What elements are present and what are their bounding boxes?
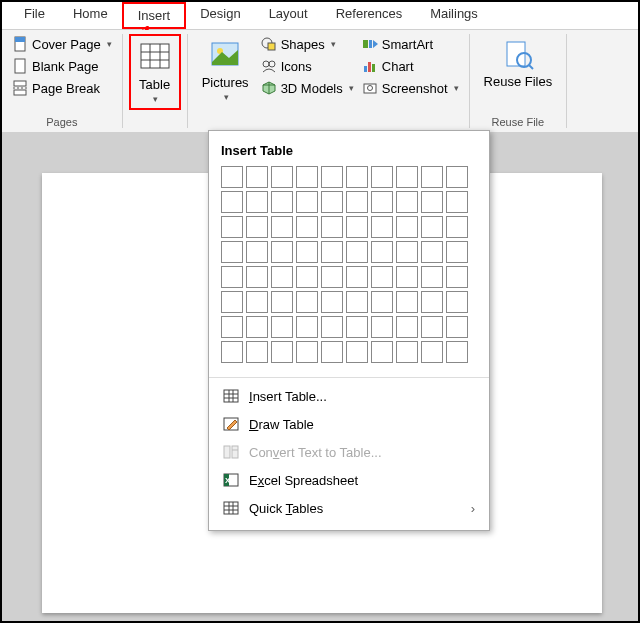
grid-cell[interactable] xyxy=(446,266,468,288)
screenshot-button[interactable]: Screenshot▾ xyxy=(358,78,463,98)
grid-cell[interactable] xyxy=(396,341,418,363)
grid-cell[interactable] xyxy=(221,216,243,238)
grid-cell[interactable] xyxy=(396,316,418,338)
grid-cell[interactable] xyxy=(396,241,418,263)
grid-cell[interactable] xyxy=(246,216,268,238)
grid-cell[interactable] xyxy=(296,341,318,363)
grid-cell[interactable] xyxy=(246,241,268,263)
grid-cell[interactable] xyxy=(371,166,393,188)
grid-cell[interactable] xyxy=(246,316,268,338)
icons-button[interactable]: Icons xyxy=(257,56,358,76)
grid-cell[interactable] xyxy=(446,216,468,238)
grid-cell[interactable] xyxy=(446,166,468,188)
grid-cell[interactable] xyxy=(271,191,293,213)
grid-cell[interactable] xyxy=(346,166,368,188)
grid-cell[interactable] xyxy=(271,341,293,363)
grid-cell[interactable] xyxy=(446,291,468,313)
grid-cell[interactable] xyxy=(371,341,393,363)
grid-cell[interactable] xyxy=(446,341,468,363)
grid-cell[interactable] xyxy=(396,166,418,188)
grid-cell[interactable] xyxy=(346,216,368,238)
grid-cell[interactable] xyxy=(371,316,393,338)
grid-cell[interactable] xyxy=(321,316,343,338)
grid-cell[interactable] xyxy=(346,191,368,213)
grid-cell[interactable] xyxy=(446,316,468,338)
grid-cell[interactable] xyxy=(346,316,368,338)
excel-spreadsheet-menu[interactable]: X Excel Spreadsheet xyxy=(209,466,489,494)
cover-page-button[interactable]: Cover Page▾ xyxy=(8,34,116,54)
blank-page-button[interactable]: Blank Page xyxy=(8,56,116,76)
grid-cell[interactable] xyxy=(246,266,268,288)
grid-cell[interactable] xyxy=(321,341,343,363)
grid-cell[interactable] xyxy=(246,341,268,363)
grid-cell[interactable] xyxy=(271,241,293,263)
smartart-button[interactable]: SmartArt xyxy=(358,34,463,54)
draw-table-menu[interactable]: Draw Table xyxy=(209,410,489,438)
page-break-button[interactable]: Page Break xyxy=(8,78,116,98)
grid-cell[interactable] xyxy=(321,291,343,313)
grid-cell[interactable] xyxy=(371,216,393,238)
tab-insert[interactable]: Insert xyxy=(122,2,187,29)
grid-cell[interactable] xyxy=(221,166,243,188)
grid-cell[interactable] xyxy=(346,266,368,288)
reuse-files-button[interactable]: Reuse Files xyxy=(476,34,561,93)
grid-cell[interactable] xyxy=(271,166,293,188)
grid-cell[interactable] xyxy=(421,316,443,338)
grid-cell[interactable] xyxy=(346,341,368,363)
tab-home[interactable]: Home xyxy=(59,2,122,29)
tab-mailings[interactable]: Mailings xyxy=(416,2,492,29)
grid-cell[interactable] xyxy=(396,266,418,288)
grid-cell[interactable] xyxy=(396,191,418,213)
grid-cell[interactable] xyxy=(246,191,268,213)
chart-button[interactable]: Chart xyxy=(358,56,463,76)
grid-cell[interactable] xyxy=(271,291,293,313)
grid-cell[interactable] xyxy=(396,291,418,313)
grid-cell[interactable] xyxy=(321,266,343,288)
grid-cell[interactable] xyxy=(396,216,418,238)
grid-cell[interactable] xyxy=(371,241,393,263)
grid-cell[interactable] xyxy=(371,191,393,213)
grid-cell[interactable] xyxy=(446,241,468,263)
grid-cell[interactable] xyxy=(271,216,293,238)
grid-cell[interactable] xyxy=(246,291,268,313)
tab-layout[interactable]: Layout xyxy=(255,2,322,29)
pictures-button[interactable]: Pictures ▾ xyxy=(194,34,257,106)
grid-cell[interactable] xyxy=(346,291,368,313)
grid-cell[interactable] xyxy=(221,241,243,263)
tab-file[interactable]: File xyxy=(10,2,59,29)
grid-cell[interactable] xyxy=(271,266,293,288)
3d-models-button[interactable]: 3D Models▾ xyxy=(257,78,358,98)
tab-references[interactable]: References xyxy=(322,2,416,29)
grid-cell[interactable] xyxy=(371,291,393,313)
tab-design[interactable]: Design xyxy=(186,2,254,29)
table-button[interactable]: Table ▾ xyxy=(129,34,181,110)
grid-cell[interactable] xyxy=(421,166,443,188)
grid-cell[interactable] xyxy=(421,191,443,213)
grid-cell[interactable] xyxy=(221,191,243,213)
grid-cell[interactable] xyxy=(246,166,268,188)
grid-cell[interactable] xyxy=(296,166,318,188)
grid-cell[interactable] xyxy=(296,216,318,238)
grid-cell[interactable] xyxy=(296,191,318,213)
grid-cell[interactable] xyxy=(421,216,443,238)
grid-cell[interactable] xyxy=(221,316,243,338)
grid-cell[interactable] xyxy=(321,216,343,238)
grid-cell[interactable] xyxy=(296,291,318,313)
shapes-button[interactable]: Shapes▾ xyxy=(257,34,358,54)
grid-cell[interactable] xyxy=(421,341,443,363)
quick-tables-menu[interactable]: Quick Tables › xyxy=(209,494,489,522)
grid-cell[interactable] xyxy=(221,341,243,363)
grid-cell[interactable] xyxy=(421,291,443,313)
grid-cell[interactable] xyxy=(296,241,318,263)
insert-table-menu[interactable]: Insert Table... xyxy=(209,382,489,410)
grid-cell[interactable] xyxy=(346,241,368,263)
grid-cell[interactable] xyxy=(221,266,243,288)
table-size-grid[interactable] xyxy=(209,166,489,373)
grid-cell[interactable] xyxy=(421,266,443,288)
grid-cell[interactable] xyxy=(421,241,443,263)
grid-cell[interactable] xyxy=(221,291,243,313)
grid-cell[interactable] xyxy=(296,266,318,288)
grid-cell[interactable] xyxy=(446,191,468,213)
grid-cell[interactable] xyxy=(296,316,318,338)
grid-cell[interactable] xyxy=(321,241,343,263)
